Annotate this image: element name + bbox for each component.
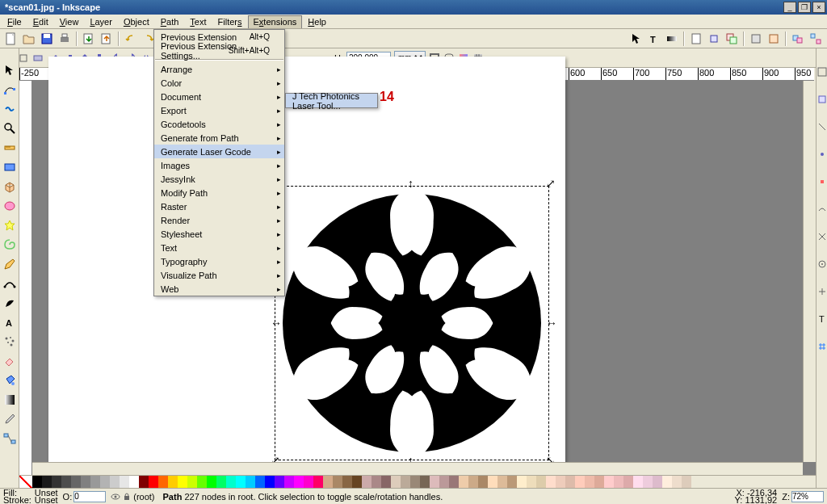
swatch[interactable] [313, 476, 323, 488]
menuitem-export[interactable]: Export▸ [154, 103, 284, 117]
menuitem-jessyink[interactable]: JessyInk▸ [154, 172, 284, 186]
swatch[interactable] [61, 476, 71, 488]
menuitem-color[interactable]: Color▸ [154, 76, 284, 90]
snap-corner-icon[interactable] [817, 144, 827, 165]
swatch[interactable] [71, 476, 81, 488]
layer-name[interactable]: (root) [133, 492, 154, 502]
menuitem-web[interactable]: Web▸ [154, 282, 284, 296]
swatch[interactable] [362, 476, 372, 488]
star-tool-icon[interactable] [1, 216, 19, 234]
swatch[interactable] [488, 476, 497, 488]
swatch[interactable] [52, 476, 61, 488]
undo-icon[interactable] [123, 31, 139, 47]
swatch[interactable] [633, 476, 643, 488]
transform2-icon[interactable] [32, 52, 44, 64]
menuitem-arrange[interactable]: Arrange▸ [154, 62, 284, 76]
swatch[interactable] [449, 476, 459, 488]
transform-icon[interactable] [18, 52, 29, 64]
snap-toggle-icon[interactable] [817, 61, 827, 82]
open-icon[interactable] [21, 31, 37, 47]
minimize-button[interactable]: _ [783, 2, 796, 13]
zoom-input[interactable] [791, 491, 824, 502]
swatch[interactable] [682, 476, 691, 488]
text-tool-icon[interactable]: A [1, 313, 19, 331]
swatch[interactable] [255, 476, 265, 488]
swatch[interactable] [168, 476, 178, 488]
swatch[interactable] [226, 476, 236, 488]
snap-bbox-icon[interactable] [817, 89, 827, 110]
swatch[interactable] [401, 476, 410, 488]
resize-handle-e[interactable]: ↔ [546, 319, 554, 327]
resize-handle-n[interactable]: ↕ [408, 179, 416, 187]
swatch[interactable] [120, 476, 129, 488]
swatch[interactable] [527, 476, 536, 488]
snap-path-icon[interactable] [817, 199, 827, 220]
swatch[interactable] [90, 476, 100, 488]
swatch[interactable] [342, 476, 352, 488]
canvas-area[interactable]: ⤡ ↕ ⤢ ↔ ↔ ⤢ ↕ ⤡ [32, 81, 816, 475]
menu-path[interactable]: Path [155, 15, 185, 28]
spray-tool-icon[interactable] [1, 333, 19, 351]
layer-visible-icon[interactable] [111, 492, 120, 502]
calligraphy-tool-icon[interactable] [1, 294, 19, 312]
selector-tool-icon[interactable] [1, 61, 19, 79]
menu-object[interactable]: Object [118, 15, 155, 28]
swatch[interactable] [372, 476, 381, 488]
swatch[interactable] [178, 476, 187, 488]
swatch[interactable] [468, 476, 478, 488]
menuitem-visualize-path[interactable]: Visualize Path▸ [154, 268, 284, 282]
swatch[interactable] [643, 476, 653, 488]
snap-text-icon[interactable]: T [817, 309, 827, 330]
zoom-tool-icon[interactable] [1, 120, 19, 137]
scrollbar-vertical[interactable] [803, 81, 816, 462]
menu-extensions[interactable]: Extensions [248, 15, 303, 28]
swatch[interactable] [246, 476, 255, 488]
menu-edit[interactable]: Edit [27, 15, 54, 28]
swatch[interactable] [42, 476, 52, 488]
menuitem-render[interactable]: Render▸ [154, 213, 284, 227]
swatch[interactable] [556, 476, 565, 488]
swatch[interactable] [333, 476, 342, 488]
dropper-tool-icon[interactable] [1, 410, 19, 428]
snap-intersect-icon[interactable] [817, 226, 827, 247]
menuitem-jtech-photonics-laser-tool[interactable]: J Tech Photonics Laser Tool... [286, 94, 377, 107]
swatch[interactable] [294, 476, 304, 488]
swatch[interactable] [129, 476, 139, 488]
swatch[interactable] [604, 476, 614, 488]
snap-center-icon[interactable] [817, 254, 827, 275]
swatch[interactable] [585, 476, 594, 488]
swatch[interactable] [536, 476, 546, 488]
export-icon[interactable] [99, 31, 115, 47]
menu-help[interactable]: Help [302, 15, 332, 28]
pencil-tool-icon[interactable] [1, 255, 19, 273]
menu-text[interactable]: Text [184, 15, 212, 28]
layer-lock-icon[interactable] [122, 492, 132, 502]
swatch[interactable] [207, 476, 216, 488]
swatch[interactable] [265, 476, 275, 488]
scrollbar-horizontal[interactable] [32, 462, 803, 475]
swatch[interactable] [110, 476, 120, 488]
swatch[interactable] [565, 476, 575, 488]
menuitem-generate-from-path[interactable]: Generate from Path▸ [154, 131, 284, 145]
connector-tool-icon[interactable] [1, 430, 19, 447]
swatch[interactable] [507, 476, 517, 488]
menu-view[interactable]: View [54, 15, 85, 28]
swatch[interactable] [187, 476, 197, 488]
swatch[interactable] [304, 476, 313, 488]
restore-button[interactable]: ❐ [798, 2, 811, 13]
status-layer[interactable]: (root) [111, 492, 154, 502]
swatch[interactable] [517, 476, 527, 488]
text-tool-icon[interactable]: T [646, 31, 662, 47]
menuitem-gcodetools[interactable]: Gcodetools▸ [154, 117, 284, 131]
gradient-icon[interactable] [664, 31, 680, 47]
swatch[interactable] [158, 476, 168, 488]
resize-handle-ne[interactable]: ⤢ [546, 179, 554, 187]
close-button[interactable]: × [812, 2, 825, 13]
swatch[interactable] [216, 476, 226, 488]
swatch[interactable] [420, 476, 430, 488]
menu-layer[interactable]: Layer [84, 15, 118, 28]
import-icon[interactable] [81, 31, 97, 47]
selector-icon[interactable] [628, 31, 644, 47]
swatch[interactable] [459, 476, 468, 488]
swatch[interactable] [653, 476, 662, 488]
